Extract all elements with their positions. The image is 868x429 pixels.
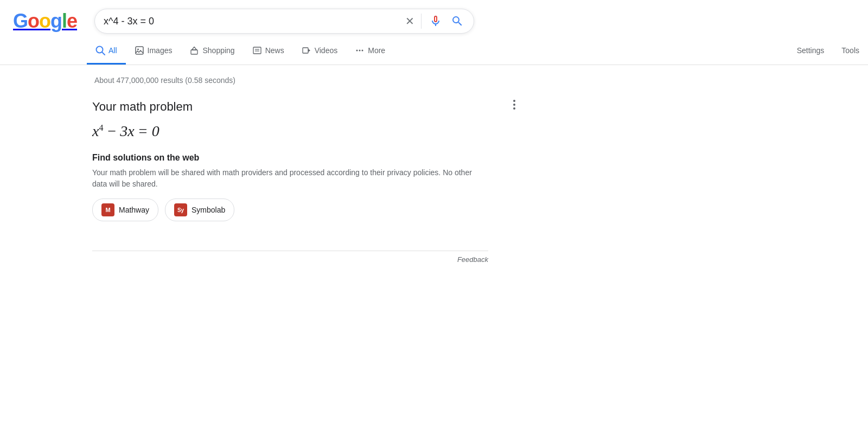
tools-label: Tools bbox=[841, 46, 859, 55]
svg-line-1 bbox=[102, 52, 105, 55]
tab-shopping-label: Shopping bbox=[202, 46, 234, 55]
eq-3x: 3x bbox=[120, 123, 134, 140]
math-card-title: Your math problem bbox=[92, 100, 483, 114]
tools-button[interactable]: Tools bbox=[833, 39, 868, 64]
more-tab-icon bbox=[355, 46, 365, 55]
svg-marker-9 bbox=[308, 49, 310, 52]
clear-button[interactable]: ✕ bbox=[404, 14, 422, 29]
nav-tabs: All Images Shopping News bbox=[87, 38, 394, 65]
videos-tab-icon bbox=[302, 46, 311, 55]
vertical-dots-icon bbox=[513, 100, 515, 110]
svg-rect-8 bbox=[303, 48, 308, 53]
find-solutions-title: Find solutions on the web bbox=[92, 153, 483, 163]
tab-images[interactable]: Images bbox=[126, 38, 181, 65]
search-submit-button[interactable] bbox=[450, 14, 465, 29]
tab-shopping[interactable]: Shopping bbox=[181, 38, 243, 65]
google-logo: Google bbox=[13, 10, 77, 33]
svg-rect-5 bbox=[253, 47, 261, 54]
mathway-button[interactable]: M Mathway bbox=[92, 199, 158, 221]
mathway-logo: M bbox=[101, 203, 114, 216]
svg-rect-2 bbox=[136, 47, 143, 54]
header: Google x^4 - 3x = 0 ✕ bbox=[0, 0, 868, 34]
mathway-logo-text: M bbox=[105, 207, 110, 213]
feedback-row: Feedback bbox=[92, 251, 488, 268]
tab-videos[interactable]: Videos bbox=[293, 38, 347, 65]
tab-videos-label: Videos bbox=[315, 46, 338, 55]
settings-label: Settings bbox=[797, 46, 825, 55]
symbolab-logo: Sy bbox=[174, 203, 187, 216]
logo-o2: o bbox=[39, 10, 50, 32]
news-tab-icon bbox=[252, 46, 262, 55]
more-options-button[interactable] bbox=[513, 100, 515, 110]
tab-more[interactable]: More bbox=[346, 38, 394, 65]
eq-minus: − bbox=[106, 123, 117, 140]
logo-e: e bbox=[67, 10, 77, 32]
tab-images-label: Images bbox=[148, 46, 173, 55]
logo-o1: o bbox=[28, 10, 39, 32]
search-bar: x^4 - 3x = 0 ✕ bbox=[94, 9, 474, 34]
logo-l: l bbox=[62, 10, 67, 32]
svg-point-10 bbox=[356, 50, 358, 52]
solver-buttons: M Mathway Sy Symbolab bbox=[92, 199, 483, 221]
logo-g2: g bbox=[50, 10, 62, 32]
nav-right-buttons: Settings Tools bbox=[788, 39, 868, 64]
logo-g1: G bbox=[13, 10, 28, 32]
google-logo-link[interactable]: Google bbox=[13, 10, 84, 33]
eq-equals: = 0 bbox=[138, 123, 159, 140]
tab-all-label: All bbox=[108, 46, 117, 55]
all-tab-icon bbox=[95, 46, 105, 55]
mic-button[interactable] bbox=[428, 14, 443, 29]
feedback-link[interactable]: Feedback bbox=[457, 255, 488, 264]
results-info: About 477,000,000 results (0.58 seconds) bbox=[92, 76, 488, 85]
search-bar-wrapper: x^4 - 3x = 0 ✕ bbox=[94, 9, 474, 34]
svg-point-3 bbox=[137, 49, 139, 50]
eq-x: x4 bbox=[92, 123, 103, 140]
settings-button[interactable]: Settings bbox=[788, 39, 833, 64]
images-tab-icon bbox=[135, 46, 144, 55]
tab-more-label: More bbox=[368, 46, 385, 55]
math-equation: x4 − 3x = 0 bbox=[92, 123, 483, 140]
search-icon-group: ✕ bbox=[404, 14, 465, 29]
tab-news-label: News bbox=[265, 46, 284, 55]
mic-icon bbox=[429, 15, 442, 28]
tab-all[interactable]: All bbox=[87, 38, 126, 65]
mathway-label: Mathway bbox=[119, 206, 149, 214]
find-solutions-desc: Your math problem will be shared with ma… bbox=[92, 167, 472, 190]
symbolab-label: Symbolab bbox=[192, 206, 225, 214]
nav-bar: All Images Shopping News bbox=[0, 38, 868, 65]
search-icon bbox=[451, 15, 464, 28]
symbolab-logo-text: Sy bbox=[177, 207, 184, 213]
main-content: About 477,000,000 results (0.58 seconds)… bbox=[0, 65, 488, 268]
svg-point-11 bbox=[359, 50, 361, 52]
tab-news[interactable]: News bbox=[244, 38, 293, 65]
math-card: Your math problem x4 − 3x = 0 Find solut… bbox=[92, 95, 483, 234]
svg-point-12 bbox=[362, 50, 363, 52]
symbolab-button[interactable]: Sy Symbolab bbox=[165, 199, 234, 221]
svg-rect-4 bbox=[191, 50, 197, 54]
search-input[interactable]: x^4 - 3x = 0 bbox=[104, 16, 404, 27]
shopping-tab-icon bbox=[189, 46, 199, 55]
